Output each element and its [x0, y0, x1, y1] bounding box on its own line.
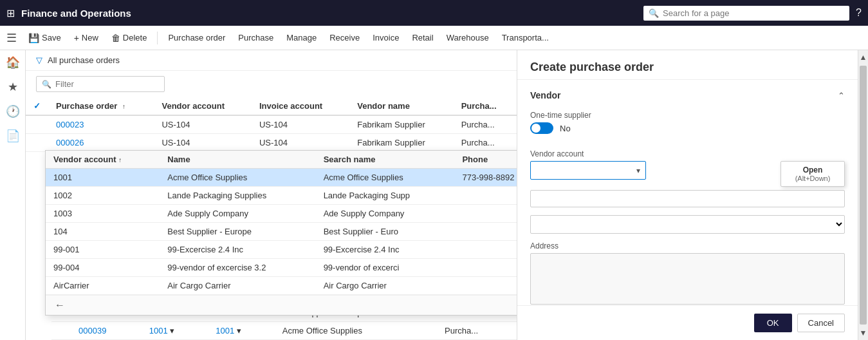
lookup-col-phone[interactable]: Phone	[454, 151, 517, 169]
lookup-phone	[454, 187, 517, 205]
row-po[interactable]: 000039	[71, 322, 142, 340]
lookup-phone	[454, 241, 517, 259]
col-invoice-account[interactable]: Invoice account	[252, 97, 349, 115]
scroll-thumb[interactable]	[860, 66, 867, 325]
list-item[interactable]: 99-004 99-vendor of excercise 3.2 99-ven…	[46, 259, 517, 277]
receive-button[interactable]: Receive	[324, 30, 365, 45]
search-input[interactable]	[663, 8, 844, 18]
transporta-button[interactable]: Transporta...	[497, 30, 554, 45]
lookup-search-name: Best Supplier - Euro	[316, 223, 455, 241]
top-bar: ⊞ Finance and Operations 🔍 ?	[0, 0, 868, 26]
warehouse-button[interactable]: Warehouse	[441, 30, 494, 45]
new-button[interactable]: + New	[69, 30, 104, 46]
row-status: Purcha...	[454, 115, 517, 134]
hamburger-icon[interactable]: ☰	[6, 31, 17, 45]
sidebar: 🏠 ★ 🕐 📄	[0, 50, 26, 340]
content-area: ▽ All purchase orders 🔍 ✓ Purchase order…	[26, 50, 517, 340]
extra-select-1[interactable]	[530, 215, 845, 234]
list-item[interactable]: 1002 Lande Packaging Supplies Lande Pack…	[46, 187, 517, 205]
chevron-up-icon[interactable]: ⌃	[838, 91, 845, 100]
extra-field-1[interactable]	[530, 190, 845, 207]
filter-input[interactable]	[55, 79, 159, 89]
save-icon: 💾	[28, 33, 39, 43]
row-vendor-account: US-104	[154, 115, 251, 134]
lookup-name: Ade Supply Company	[160, 205, 315, 223]
list-item[interactable]: 99-001 99-Excercise 2.4 Inc 99-Excercise…	[46, 241, 517, 259]
lookup-name: Air Cargo Carrier	[160, 277, 315, 295]
col-vendor-account[interactable]: Vendor account	[154, 97, 251, 115]
cancel-button[interactable]: Cancel	[797, 314, 845, 332]
filter-icon[interactable]: ▽	[36, 55, 42, 65]
help-icon[interactable]: ?	[856, 7, 862, 19]
clock-icon[interactable]: 🕐	[6, 104, 20, 118]
table-row: 000026 US-104 US-104 Fabrikam Supplier P…	[26, 134, 517, 152]
po-table: ✓ Purchase order ↑ Vendor account Invoic…	[26, 97, 517, 152]
app-title: Finance and Operations	[21, 8, 637, 19]
manage-button[interactable]: Manage	[281, 30, 322, 45]
create-panel-body: Vendor ⌃ One-time supplier No Vendor acc…	[517, 80, 858, 305]
lookup-phone	[454, 259, 517, 277]
col-vendor-name[interactable]: Vendor name	[349, 97, 453, 115]
open-tooltip: Open (Alt+Down)	[780, 161, 845, 187]
po-list-title: All purchase orders	[48, 55, 120, 65]
row-vendor-account: US-104	[154, 134, 251, 152]
star-icon[interactable]: ★	[8, 80, 18, 94]
row-status: Purcha...	[454, 134, 517, 152]
lookup-search-name: 99-vendor of excerci	[316, 259, 455, 277]
save-button[interactable]: 💾 Save	[23, 30, 66, 46]
row-invoice-account: 1001 ▾	[208, 322, 275, 340]
list-item[interactable]: 1003 Ade Supply Company Ade Supply Compa…	[46, 205, 517, 223]
row-po[interactable]: 000023	[48, 115, 154, 134]
scroll-up-arrow[interactable]: ▲	[858, 50, 868, 64]
delete-icon: 🗑	[111, 33, 120, 43]
purchase-order-button[interactable]: Purchase order	[163, 30, 230, 45]
vendor-account-input[interactable]	[536, 165, 634, 175]
delete-button[interactable]: 🗑 Delete	[106, 30, 152, 46]
col-status[interactable]: Purcha...	[454, 97, 517, 115]
vendor-section-header: Vendor ⌃	[530, 90, 845, 100]
search-bar[interactable]: 🔍	[643, 6, 849, 21]
purchase-button[interactable]: Purchase	[233, 30, 279, 45]
retail-button[interactable]: Retail	[407, 30, 438, 45]
row-invoice-account: US-104	[252, 115, 349, 134]
invoice-button[interactable]: Invoice	[367, 30, 404, 45]
lookup-phone: 773-998-8892	[454, 169, 517, 187]
toolbar: ☰ 💾 Save + New 🗑 Delete Purchase order P…	[0, 26, 868, 50]
right-scrollbar: ▲ ▼	[858, 50, 868, 340]
one-time-supplier-toggle[interactable]	[530, 122, 553, 134]
home-icon[interactable]: 🏠	[6, 55, 20, 70]
lookup-col-name[interactable]: Name	[160, 151, 315, 169]
lookup-name: Lande Packaging Supplies	[160, 187, 315, 205]
open-label: Open	[788, 165, 838, 175]
list-item[interactable]: 104 Best Supplier - Europe Best Supplier…	[46, 223, 517, 241]
grid-icon[interactable]: ⊞	[6, 7, 15, 19]
alt-down-label: (Alt+Down)	[788, 175, 838, 182]
toggle-knob	[531, 124, 540, 133]
col-check: ✓	[26, 97, 48, 115]
vendor-account-dropdown[interactable]: ▾	[530, 161, 646, 180]
dropdown-arrow-icon: ▾	[636, 166, 640, 175]
list-item[interactable]: AirCarrier Air Cargo Carrier Air Cargo C…	[46, 277, 517, 295]
main-layout: 🏠 ★ 🕐 📄 ▽ All purchase orders 🔍 ✓ Purcha	[0, 50, 868, 340]
row-po[interactable]: 000026	[48, 134, 154, 152]
lookup-search-name: 99-Excercise 2.4 Inc	[316, 241, 455, 259]
po-filter[interactable]: 🔍	[36, 76, 165, 92]
lookup-nav: ← →	[46, 295, 517, 315]
address-box	[530, 253, 845, 305]
doc-icon[interactable]: 📄	[6, 129, 20, 143]
lookup-col-account[interactable]: Vendor account ↑	[46, 151, 160, 169]
lookup-search-name: Acme Office Supplies	[316, 169, 455, 187]
ok-button[interactable]: OK	[754, 314, 792, 332]
lookup-phone	[454, 205, 517, 223]
list-item[interactable]: 1001 Acme Office Supplies Acme Office Su…	[46, 169, 517, 187]
po-list-header: ▽ All purchase orders	[26, 50, 517, 71]
row-vendor-name: Fabrikam Supplier	[349, 134, 453, 152]
separator	[157, 32, 158, 44]
lookup-col-search[interactable]: Search name	[316, 151, 455, 169]
filter-search-icon: 🔍	[42, 80, 51, 89]
row-status: Purcha...	[437, 322, 517, 340]
scroll-down-arrow[interactable]: ▼	[858, 326, 868, 340]
lookup-prev-btn[interactable]: ←	[51, 298, 69, 312]
table-row: 000023 US-104 US-104 Fabrikam Supplier P…	[26, 115, 517, 134]
col-po[interactable]: Purchase order ↑	[48, 97, 154, 115]
